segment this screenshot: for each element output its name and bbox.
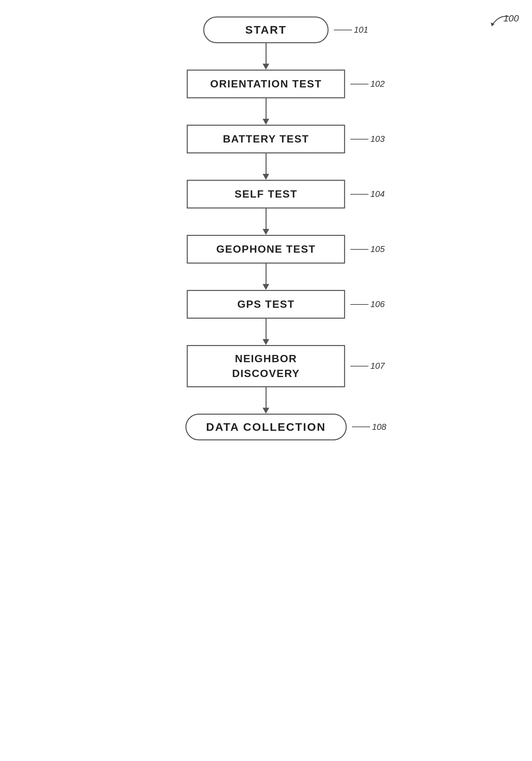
self-test-node: SELF TEST bbox=[187, 180, 345, 208]
fig-ref-100: 100 bbox=[503, 13, 519, 24]
geophone-test-row: GEOPHONE TEST 105 bbox=[187, 235, 345, 263]
battery-ref: 103 bbox=[350, 134, 384, 144]
neighbor-ref: 107 bbox=[350, 361, 384, 371]
data-collection-row: DATA COLLECTION 108 bbox=[185, 414, 347, 440]
arrow-6 bbox=[263, 319, 269, 345]
arrow-7 bbox=[263, 387, 269, 414]
gps-test-node: GPS TEST bbox=[187, 290, 345, 319]
arrow-5 bbox=[263, 263, 269, 290]
orientation-ref: 102 bbox=[350, 79, 384, 89]
battery-test-node: BATTERY TEST bbox=[187, 125, 345, 153]
arrow-1 bbox=[263, 43, 269, 70]
arrow-4 bbox=[263, 208, 269, 235]
arrow-3 bbox=[263, 153, 269, 180]
orientation-test-node: ORIENTATION TEST bbox=[187, 70, 345, 98]
geophone-ref: 105 bbox=[350, 244, 384, 254]
self-test-row: SELF TEST 104 bbox=[187, 180, 345, 208]
flowchart-container: START 101 ORIENTATION TEST 102 BATTERY T… bbox=[185, 17, 347, 440]
self-test-ref: 104 bbox=[350, 189, 384, 199]
start-ref: 101 bbox=[334, 25, 368, 35]
battery-test-row: BATTERY TEST 103 bbox=[187, 125, 345, 153]
gps-test-row: GPS TEST 106 bbox=[187, 290, 345, 319]
data-collection-ref: 108 bbox=[352, 422, 386, 432]
arrow-2 bbox=[263, 98, 269, 125]
figure-number-label: 100 bbox=[479, 13, 519, 41]
gps-ref: 106 bbox=[350, 299, 384, 310]
data-collection-node: DATA COLLECTION bbox=[185, 414, 347, 440]
neighbor-discovery-node: NEIGHBOR DISCOVERY bbox=[187, 345, 345, 387]
neighbor-discovery-row: NEIGHBOR DISCOVERY 107 bbox=[187, 345, 345, 387]
orientation-test-row: ORIENTATION TEST 102 bbox=[187, 70, 345, 98]
geophone-test-node: GEOPHONE TEST bbox=[187, 235, 345, 263]
start-node: START bbox=[204, 17, 329, 43]
start-node-row: START 101 bbox=[204, 17, 329, 43]
